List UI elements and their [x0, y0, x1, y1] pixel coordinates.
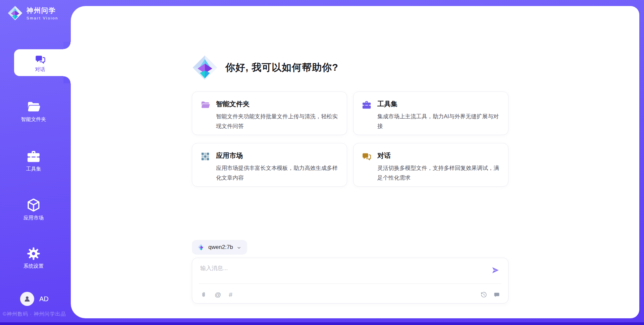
- brand-subtitle: Smart Vision: [26, 16, 58, 20]
- card-title: 应用市场: [216, 151, 339, 160]
- composer: qwen2:7b @ #: [192, 240, 508, 304]
- sidebar-item-settings[interactable]: 系统设置: [0, 244, 67, 271]
- card-title: 对话: [377, 151, 500, 160]
- card-app-market[interactable]: 应用市场 应用市场提供丰富长文本模板，助力高效生成多样化文章内容: [192, 143, 347, 187]
- chat-icon: [35, 54, 46, 65]
- paperclip-icon[interactable]: [200, 291, 207, 298]
- card-chat[interactable]: 对话 灵活切换多模型文件，支持多样回复效果调试，满足个性化需求: [353, 143, 508, 187]
- main-panel: 你好, 我可以如何帮助你? 智能文件夹 智能文件夹功能支持批量文件上传与清洗，轻…: [71, 6, 639, 318]
- card-smart-folder[interactable]: 智能文件夹 智能文件夹功能支持批量文件上传与清洗，轻松实现文件问答: [192, 91, 347, 135]
- brand-logo-icon: [7, 5, 23, 21]
- model-logo-icon: [198, 244, 205, 251]
- toolbar-right: [480, 291, 500, 298]
- sidebar-item-label: 应用市场: [23, 215, 44, 220]
- composer-toolbar: @ #: [200, 291, 500, 298]
- send-icon[interactable]: [491, 266, 500, 275]
- card-toolset[interactable]: 工具集 集成市场上主流工具，助力AI与外界无缝扩展与对接: [353, 91, 508, 135]
- composer-divider: [199, 283, 501, 284]
- sidebar-item-label: 智能文件夹: [21, 117, 46, 122]
- content-column: 你好, 我可以如何帮助你? 智能文件夹 智能文件夹功能支持批量文件上传与清洗，轻…: [192, 6, 508, 318]
- folder-icon: [26, 100, 41, 114]
- brand: 神州问学 Smart Vision: [7, 5, 58, 21]
- brand-name: 神州问学: [26, 6, 58, 15]
- grid-icon: [200, 151, 210, 161]
- chat-bubble-icon[interactable]: [493, 291, 500, 298]
- hero-logo-icon: [192, 55, 218, 81]
- person-icon: [23, 295, 31, 303]
- chat-icon: [362, 151, 372, 161]
- card-title: 工具集: [377, 100, 500, 109]
- card-description: 智能文件夹功能支持批量文件上传与清洗，轻松实现文件问答: [216, 112, 339, 131]
- user-account[interactable]: AD: [20, 292, 49, 306]
- model-selector[interactable]: qwen2:7b: [192, 240, 247, 255]
- feature-cards: 智能文件夹 智能文件夹功能支持批量文件上传与清洗，轻松实现文件问答 工具集 集成…: [192, 91, 508, 187]
- sidebar-item-smart-folder[interactable]: 智能文件夹: [0, 97, 67, 124]
- sidebar-item-chat[interactable]: 对话: [14, 49, 71, 76]
- message-input[interactable]: [200, 265, 482, 272]
- toolbar-left: @ #: [200, 291, 232, 298]
- hashtag-icon[interactable]: #: [229, 291, 232, 298]
- page-title: 你好, 我可以如何帮助你?: [225, 61, 338, 74]
- sidebar-item-label: 对话: [35, 67, 45, 72]
- sidebar-footer: ©神州数码 · 神州问学出品: [3, 311, 70, 317]
- user-name: AD: [39, 295, 49, 303]
- sidebar-item-toolset[interactable]: 工具集: [0, 147, 67, 174]
- toolbox-icon: [362, 100, 372, 110]
- message-input-box: @ #: [192, 258, 508, 304]
- cube-icon: [26, 197, 41, 213]
- hero: 你好, 我可以如何帮助你?: [192, 55, 338, 81]
- card-description: 应用市场提供丰富长文本模板，助力高效生成多样化文章内容: [216, 163, 339, 183]
- chevron-down-icon: [236, 245, 241, 250]
- card-description: 灵活切换多模型文件，支持多样回复效果调试，满足个性化需求: [377, 163, 500, 183]
- mention-icon[interactable]: @: [215, 291, 221, 298]
- toolbox-icon: [26, 149, 41, 164]
- avatar: [20, 292, 34, 306]
- card-title: 智能文件夹: [216, 100, 339, 109]
- folder-icon: [200, 100, 210, 110]
- gear-icon: [26, 246, 41, 261]
- card-description: 集成市场上主流工具，助力AI与外界无缝扩展与对接: [377, 112, 500, 131]
- window-bottom-bar: [0, 322, 644, 325]
- sidebar-item-app-market[interactable]: 应用市场: [0, 195, 67, 222]
- model-name: qwen2:7b: [208, 244, 233, 251]
- tab-fillet-bottom: [63, 76, 71, 83]
- sidebar-item-label: 工具集: [26, 166, 41, 171]
- tab-fillet-top: [63, 42, 71, 49]
- history-icon[interactable]: [480, 291, 487, 298]
- sidebar: 神州问学 Smart Vision 对话 智能文件夹 工具集 应用市场 系统设置: [0, 0, 71, 325]
- sidebar-item-label: 系统设置: [23, 263, 44, 268]
